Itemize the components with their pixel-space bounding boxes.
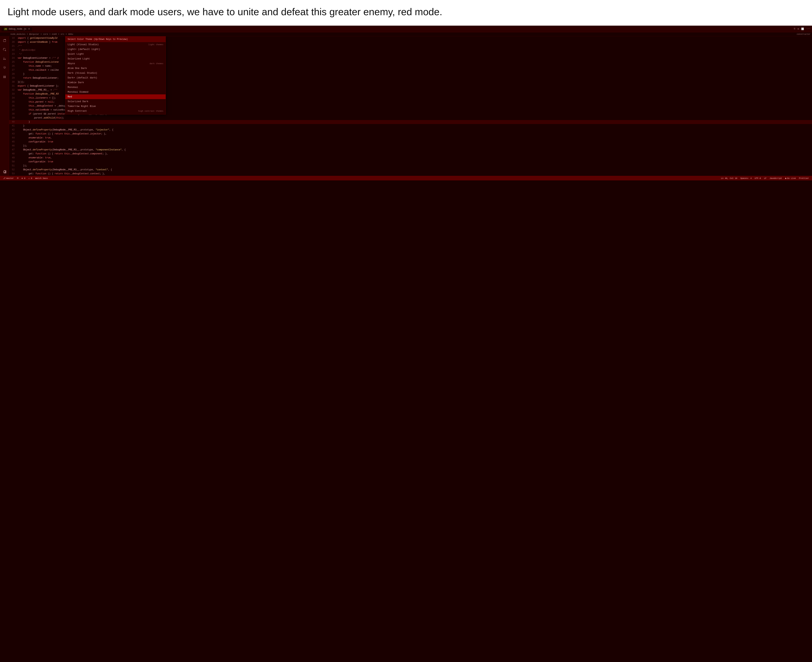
watch-sass-label: Watch Sass [35,177,48,180]
code-line-46: 46 }); [9,144,812,148]
language-label: JavaScript [769,177,782,180]
theme-item-red[interactable]: Red [65,95,166,99]
code-line-45: 45 configurable: true [9,140,812,144]
editor-tab[interactable]: JS debug_node.js × [2,27,32,31]
go-live-status[interactable]: ◉ Go Live [783,176,798,180]
code-line-41: 41 } [9,124,812,128]
theme-item-solarized-light[interactable]: Solarized Light [65,56,166,61]
tab-close-button[interactable]: × [28,27,30,31]
more-actions-icon[interactable]: ··· [806,27,810,31]
theme-item-quiet-light[interactable]: Quiet Light [65,51,166,56]
theme-item-dark-visual-studio[interactable]: Dark (Visual Studio) [65,71,166,76]
code-line-53: 53 get: function () { return this._debug… [9,172,812,176]
go-live-label: Go Live [787,177,796,180]
activity-search-icon[interactable] [2,47,7,52]
theme-item-tomorrow-night-blue[interactable]: Tomorrow Night Blue [65,104,166,109]
editor-area: Select Color Theme (Up/Down Keys to Prev… [0,36,812,176]
activity-extensions-icon[interactable] [2,74,7,80]
theme-item-install-additional[interactable]: Install Additional Color Themes... [65,113,166,114]
meme-text: Light mode users, and dark mode users, w… [0,0,812,26]
breadcrumb-path: node_modules > @angular > core > esm5 > … [10,33,73,35]
code-line-52: 52 Object.defineProperty(DebugNode__PRE_… [9,168,812,172]
breadcrumb: node_modules > @angular > core > esm5 > … [0,32,812,36]
title-bar-actions: ⎘ ⊡ ⬜ ··· [794,27,810,31]
layout-icon[interactable]: ⊡ [798,27,799,31]
theme-item-light-plus[interactable]: Light+ (default light) [65,47,166,51]
tab-filename: debug_node.js [8,28,26,31]
theme-item-high-contrast[interactable]: High Contrast high contrast themes [65,109,166,113]
code-line-47: 47 Object.defineProperty(DebugNode__PRE_… [9,148,812,152]
go-live-icon: ◉ [785,177,786,180]
split-editor-icon[interactable]: ⎘ [794,27,795,31]
code-editor[interactable]: Select Color Theme (Up/Down Keys to Prev… [9,36,812,176]
code-line-43: 43 get: function () { return this._debug… [9,132,812,136]
spaces-label: Spaces: 4 [740,177,752,180]
cursor-position-status[interactable]: Ln 40, Col 10 [719,176,739,180]
warnings-status[interactable]: ⚠ 0 [27,176,34,180]
activity-bar [0,36,9,176]
git-branch-status[interactable]: ⎇ master [2,176,15,180]
activity-settings-icon[interactable] [2,169,7,174]
errors-count: ⊗ 0 [22,177,26,180]
code-line-44: 44 enumerable: true, [9,136,812,140]
activity-debug-icon[interactable] [2,65,7,71]
code-line-48: 48 get: function () { return this._debug… [9,152,812,156]
theme-item-dark-plus[interactable]: Dark+ (default dark) [65,76,166,80]
watch-sass-status[interactable]: Watch Sass [34,176,49,180]
js-file-icon: JS [4,28,7,31]
code-line-50: 50 configurable: true [9,160,812,164]
line-endings-status[interactable]: LF [762,176,768,180]
sync-status[interactable]: ⟳ [15,176,20,180]
status-bar: ⎇ master ⟳ ⊗ 0 ⚠ 0 Watch Sass Ln 40, Col… [0,176,812,180]
sync-icon: ⟳ [17,177,19,180]
prettier-label: Prettier [799,177,809,180]
activity-git-icon[interactable] [2,56,7,61]
dropdown-items[interactable]: Light (Visual Studio) light themes Light… [65,42,166,114]
errors-status[interactable]: ⊗ 0 [20,176,27,180]
language-status[interactable]: JavaScript [768,176,783,180]
git-branch-name: master [6,177,14,180]
code-line-51: 51 }); [9,164,812,168]
vscode-window: JS debug_node.js × ⎘ ⊡ ⬜ ··· node_module… [0,26,812,180]
git-branch-icon: ⎇ [3,177,5,180]
code-line-40: 40 } [9,120,812,124]
panel-icon[interactable]: ⬜ [801,27,804,31]
theme-item-atom-one-dark[interactable]: Atom One Dark [65,66,166,71]
theme-item-monokai-dimmed[interactable]: Monokai Dimmed [65,90,166,95]
encoding-label: UTF-8 [755,177,761,180]
theme-item-light-visual-studio[interactable]: Light (Visual Studio) light themes [65,42,166,47]
prettier-status[interactable]: Prettier [798,176,810,180]
line-endings-label: LF [764,177,766,180]
code-line-39: 39 parent.addChild(this); [9,116,812,120]
title-bar: JS debug_node.js × ⎘ ⊡ ⬜ ··· [0,26,812,32]
dropdown-header: Select Color Theme (Up/Down Keys to Prev… [65,37,166,42]
theme-item-solarized-dark[interactable]: Solarized Dark [65,99,166,104]
encoding-status[interactable]: UTF-8 [753,176,762,180]
color-theme-dropdown[interactable]: Select Color Theme (Up/Down Keys to Prev… [65,36,166,114]
breadcrumb-right: constructor [797,33,810,35]
theme-item-kimbie-dark[interactable]: Kimbie Dark [65,80,166,85]
code-line-42: 42 Object.defineProperty(DebugNode__PRE_… [9,128,812,132]
theme-item-monokai[interactable]: Monokai [65,85,166,90]
spaces-status[interactable]: Spaces: 4 [739,176,753,180]
code-line-49: 49 enumerable: true, [9,156,812,160]
warnings-count: ⚠ 0 [28,177,32,180]
theme-item-abyss[interactable]: Abyss dark themes [65,61,166,66]
activity-explorer-icon[interactable] [2,38,7,43]
cursor-position: Ln 40, Col 10 [721,177,737,180]
